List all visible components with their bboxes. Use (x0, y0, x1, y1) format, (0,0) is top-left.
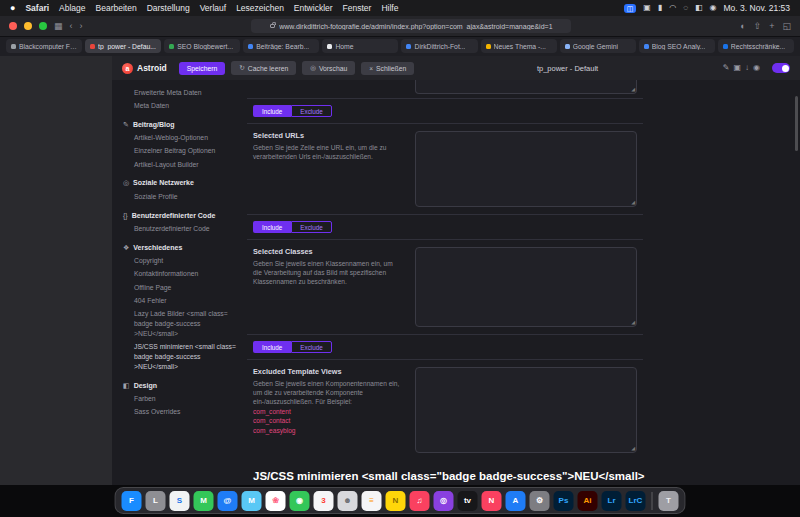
include-button[interactable]: Include (253, 341, 291, 353)
close-editor-button[interactable]: × Schließen (361, 62, 414, 75)
sidebar-item[interactable]: Artikel-Weblog-Optionen (134, 133, 239, 143)
menu-item-bearbeiten[interactable]: Bearbeiten (96, 3, 137, 13)
include-button[interactable]: Include (253, 105, 291, 117)
facetime-dock-icon[interactable]: ◉ (290, 491, 310, 511)
spotlight-icon[interactable]: ◌ (683, 4, 688, 12)
sidebar-item[interactable]: Benutzerdefinierter Code (134, 224, 239, 234)
maps-dock-icon[interactable]: M (242, 491, 262, 511)
browser-tab[interactable]: Neues Thema -... (481, 39, 557, 53)
app-store-dock-icon[interactable]: A (506, 491, 526, 511)
contacts-dock-icon[interactable]: ☻ (338, 491, 358, 511)
blog-icon: ✎ (123, 121, 129, 129)
menu-item-safari[interactable]: Safari (25, 3, 49, 13)
sidebar-item[interactable]: Artikel-Layout Builder (134, 160, 239, 170)
save-button[interactable]: Speichern (179, 62, 226, 75)
astroid-header: a Astroid Speichern ↻ Cache leeren ◎ Vor… (112, 56, 800, 80)
sidebar-item[interactable]: Soziale Profile (134, 192, 239, 202)
safari-dock-icon[interactable]: S (170, 491, 190, 511)
menu-item-darstellung[interactable]: Darstellung (147, 3, 190, 13)
system-settings-dock-icon[interactable]: ⚙ (530, 491, 550, 511)
menu-item-verlauf[interactable]: Verlauf (200, 3, 226, 13)
sidebar-item[interactable]: Copyright (134, 256, 239, 266)
sidebar-item[interactable]: Meta Daten (134, 101, 239, 111)
sidebar-item[interactable]: Farben (134, 394, 239, 404)
code-icon[interactable]: ✎ (723, 64, 730, 72)
display-icon[interactable]: ▣ (643, 4, 651, 12)
reminders-dock-icon[interactable]: ≡ (362, 491, 382, 511)
launchpad-dock-icon[interactable]: L (146, 491, 166, 511)
sidebar-item[interactable]: JS/CSS minimieren <small class= badge ba… (134, 342, 239, 372)
illustrator-dock-icon[interactable]: Ai (578, 491, 598, 511)
new-tab-icon[interactable]: + (769, 22, 774, 31)
siri-icon[interactable]: ◉ (710, 4, 717, 12)
news-dock-icon[interactable]: N (482, 491, 502, 511)
tv-dock-icon[interactable]: tv (458, 491, 478, 511)
menu-item-entwickler[interactable]: Entwickler (294, 3, 333, 13)
wifi-icon[interactable]: ◠ (669, 4, 676, 12)
trash-dock-icon[interactable]: T (659, 491, 679, 511)
battery-icon[interactable]: ▮ (658, 4, 662, 12)
browser-tab[interactable]: Rechtsschränke... (718, 39, 794, 53)
apple-menu-icon[interactable]: ● (10, 4, 15, 13)
address-bar[interactable]: www.dirkdittrich-fotografie.de/admin/ind… (251, 19, 571, 33)
textarea-partial[interactable] (415, 80, 637, 94)
mail-dock-icon[interactable]: @ (218, 491, 238, 511)
share-icon[interactable]: ⇧ (754, 22, 762, 31)
menu-item-ablage[interactable]: Ablage (59, 3, 85, 13)
exclude-button[interactable]: Exclude (291, 341, 331, 353)
browser-tab[interactable]: Home (322, 39, 398, 53)
calendar-dock-icon[interactable]: 3 (314, 491, 334, 511)
sidebar-item[interactable]: Offline Page (134, 283, 239, 293)
preview-button[interactable]: ◎ Vorschau (302, 61, 355, 75)
dark-mode-toggle[interactable] (772, 63, 790, 73)
control-center-icon[interactable]: ◧ (695, 4, 703, 12)
field-textarea[interactable] (415, 131, 637, 207)
menu-item-fenster[interactable]: Fenster (343, 3, 372, 13)
sidebar-item[interactable]: Lazy Lade Bilder <small class= badge bad… (134, 309, 239, 339)
screen-mirroring-badge[interactable]: ◫ (624, 4, 637, 13)
menu-item-hilfe[interactable]: Hilfe (381, 3, 398, 13)
podcasts-dock-icon[interactable]: ◎ (434, 491, 454, 511)
browser-tab[interactable]: Blackcomputer Fuß... (6, 39, 82, 53)
sidebar-item[interactable]: Einzelner Beitrag Optionen (134, 146, 239, 156)
browser-tab[interactable]: Blog SEO Analy... (639, 39, 715, 53)
sidebar-item[interactable]: Kontaktinformationen (134, 269, 239, 279)
music-dock-icon[interactable]: ♫ (410, 491, 430, 511)
messages-dock-icon[interactable]: M (194, 491, 214, 511)
back-icon[interactable]: ‹ (70, 22, 73, 31)
photos-dock-icon[interactable]: ❀ (266, 491, 286, 511)
sidebar-item[interactable]: 404 Fehler (134, 296, 239, 306)
lightroom-classic-dock-icon[interactable]: LrC (626, 491, 646, 511)
download-icon[interactable]: ↓ (745, 64, 749, 72)
shield-icon[interactable]: ◐ (740, 22, 745, 31)
tab-label: Rechtsschränke... (731, 43, 785, 50)
field-textarea[interactable] (415, 247, 637, 327)
include-button[interactable]: Include (253, 221, 291, 233)
scrollbar-thumb[interactable] (795, 96, 798, 151)
sidebar-item[interactable]: Sass Overrides (134, 407, 239, 417)
notes-dock-icon[interactable]: N (386, 491, 406, 511)
browser-tab[interactable]: SEO Blogbewert... (164, 39, 240, 53)
minimize-window-button[interactable] (24, 22, 32, 30)
clear-cache-button[interactable]: ↻ Cache leeren (231, 61, 296, 75)
notifications-icon[interactable]: ◉ (753, 64, 760, 72)
lightroom-dock-icon[interactable]: Lr (602, 491, 622, 511)
browser-tab[interactable]: Beiträge: Bearb... (243, 39, 319, 53)
browser-tab[interactable]: tp_power - Defau... (85, 39, 161, 53)
browser-tab[interactable]: DirkDittrich-Fot... (401, 39, 477, 53)
exclude-button[interactable]: Exclude (291, 105, 331, 117)
forward-icon[interactable]: › (80, 22, 83, 31)
layout-icon[interactable]: ▣ (733, 64, 741, 72)
close-window-button[interactable] (9, 22, 17, 30)
menu-item-lesezeichen[interactable]: Lesezeichen (236, 3, 284, 13)
menu-clock[interactable]: Mo. 3. Nov. 21:53 (724, 3, 790, 13)
field-textarea[interactable] (415, 367, 637, 453)
tab-overview-icon[interactable]: ◱ (782, 22, 791, 31)
exclude-button[interactable]: Exclude (291, 221, 331, 233)
finder-dock-icon[interactable]: F (122, 491, 142, 511)
sidebar-item[interactable]: Erweiterte Meta Daten (134, 88, 239, 98)
photoshop-dock-icon[interactable]: Ps (554, 491, 574, 511)
browser-tab[interactable]: Google Gemini (560, 39, 636, 53)
sidebar-toggle-icon[interactable]: ▦ (54, 22, 63, 31)
zoom-window-button[interactable] (39, 22, 47, 30)
